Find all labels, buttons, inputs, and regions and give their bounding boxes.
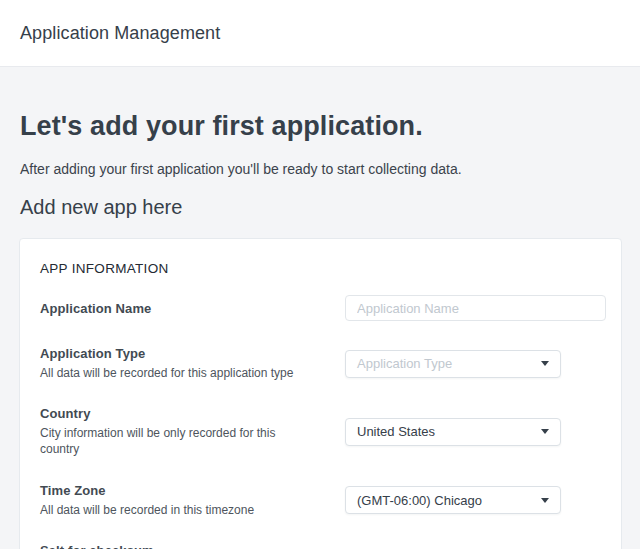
application-name-row: Application Name: [40, 295, 606, 321]
application-type-select[interactable]: Application Type: [345, 350, 561, 378]
application-type-select-value: Application Type: [357, 356, 452, 371]
country-label: Country: [40, 406, 317, 421]
main-content: Let's add your first application. After …: [0, 111, 640, 219]
timezone-select-value: (GMT-06:00) Chicago: [357, 493, 482, 508]
timezone-label: Time Zone: [40, 483, 317, 498]
application-type-label: Application Type: [40, 346, 317, 361]
intro-heading: Let's add your first application.: [20, 111, 620, 142]
country-select[interactable]: United States: [345, 418, 561, 446]
app-info-card: APP INFORMATION Application Name Applica…: [19, 238, 622, 549]
chevron-down-icon: [541, 498, 549, 503]
app-information-section-header: APP INFORMATION: [40, 261, 606, 276]
chevron-down-icon: [541, 361, 549, 366]
salt-label: Salt for checksum: [40, 543, 317, 549]
application-type-helper: All data will be recorded for this appli…: [40, 365, 317, 381]
page-title: Application Management: [20, 23, 220, 44]
page-header: Application Management: [0, 0, 640, 67]
application-name-input[interactable]: [345, 295, 606, 321]
add-new-app-title: Add new app here: [20, 196, 620, 219]
timezone-select[interactable]: (GMT-06:00) Chicago: [345, 486, 561, 514]
application-name-label: Application Name: [40, 301, 317, 316]
intro-subheading: After adding your first application you'…: [20, 161, 620, 177]
chevron-down-icon: [541, 429, 549, 434]
application-type-row: Application Type All data will be record…: [40, 346, 606, 381]
country-row: Country City information will be only re…: [40, 406, 606, 457]
country-select-value: United States: [357, 424, 435, 439]
salt-row: Salt for checksum Will only accept reque…: [40, 543, 606, 549]
timezone-helper: All data will be recorded in this timezo…: [40, 502, 317, 518]
timezone-row: Time Zone All data will be recorded in t…: [40, 483, 606, 518]
country-helper: City information will be only recorded f…: [40, 425, 317, 457]
